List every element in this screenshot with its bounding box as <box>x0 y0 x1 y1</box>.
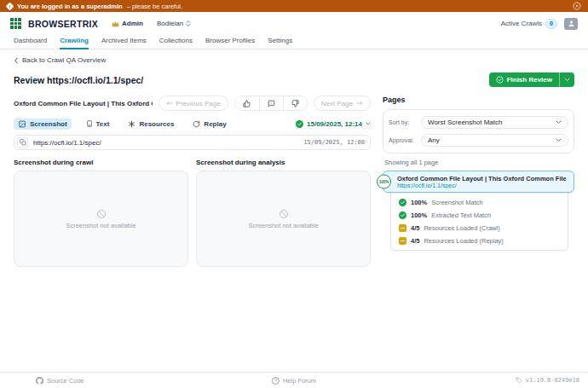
github-icon <box>36 377 43 385</box>
chevron-left-icon <box>14 57 19 64</box>
stat-value: 100% <box>411 199 427 206</box>
active-crawls[interactable]: Active Crawls 0 <box>501 19 557 29</box>
comment-icon <box>268 100 275 107</box>
thumbs-up-button[interactable] <box>235 96 259 110</box>
crawl-screenshot-heading: Screenshot during crawl <box>14 159 188 166</box>
tab-resources[interactable]: Resources <box>124 119 178 130</box>
tab-screenshot[interactable]: Screenshot <box>14 119 72 130</box>
warning-dash-icon <box>399 224 406 232</box>
previous-page-label: Previous Page <box>176 100 221 107</box>
pages-heading: Pages <box>383 96 574 104</box>
source-code-link[interactable]: Source Code <box>36 377 84 385</box>
comment-button[interactable] <box>259 96 283 110</box>
thumbs-down-button[interactable] <box>283 96 307 110</box>
crawl-timestamp: 15/09/2025, 12:14 <box>307 120 362 128</box>
stat-label: Extracted Text Match <box>431 211 491 219</box>
banner-message-rest: – please be careful. <box>127 3 182 10</box>
chevron-updown-icon <box>186 20 191 27</box>
tab-replay-label: Replay <box>204 120 226 128</box>
admin-link[interactable]: Admin <box>112 20 143 27</box>
review-panel: Oxford Common File Layout | This Oxford … <box>14 94 371 267</box>
user-menu-button[interactable] <box>564 18 578 30</box>
nav-item-collections[interactable]: Collections <box>159 35 193 48</box>
warning-dash-icon <box>399 237 406 245</box>
main-content: Oxford Common File Layout | This Oxford … <box>0 94 588 267</box>
version-info: v1.19.0-8249e18 <box>516 377 579 384</box>
stat-text-match: 100% Extracted Text Match <box>391 209 568 222</box>
banner-close-icon[interactable] <box>573 2 581 10</box>
stat-value: 4/5 <box>411 237 419 245</box>
page-card-url: https://ocfl.io/1.1/spec/ <box>397 182 568 188</box>
source-code-label: Source Code <box>47 377 84 385</box>
version-label: v1.19.0-8249e18 <box>526 377 579 384</box>
tab-text-label: Text <box>96 120 110 128</box>
approval-select[interactable]: Any <box>421 134 568 147</box>
not-available-icon <box>279 209 289 219</box>
next-page-label: Next Page <box>321 100 353 107</box>
back-link-label: Back to Crawl QA Overview <box>22 56 106 64</box>
finish-review-caret[interactable] <box>559 72 574 87</box>
copy-url-button[interactable] <box>17 137 28 148</box>
check-circle-filled-icon <box>296 120 303 128</box>
crawl-screenshot-placeholder: Screenshot not available <box>66 222 135 229</box>
primary-nav: Dashboard Crawling Archived Items Collec… <box>0 35 588 49</box>
chevron-down-icon <box>564 78 570 82</box>
image-icon <box>18 120 26 128</box>
page-score-badge: 100% <box>377 175 391 189</box>
tab-replay[interactable]: Replay <box>188 119 230 130</box>
stat-label: Resources Loaded (Replay) <box>424 237 503 245</box>
asterisk-icon <box>128 120 135 128</box>
arrow-left-icon <box>166 101 173 106</box>
nav-item-crawling[interactable]: Crawling <box>60 35 89 49</box>
stat-resources-replay: 4/5 Resources Loaded (Replay) <box>391 235 568 247</box>
stat-label: Screenshot Match <box>431 199 482 206</box>
warning-icon: ! <box>6 2 14 10</box>
copy-icon <box>20 139 26 146</box>
crawl-timestamp-selector[interactable]: 15/09/2025, 12:14 <box>296 120 371 128</box>
sort-filter-row: Sort by: Worst Screenshot Match <box>389 113 568 131</box>
nav-item-settings[interactable]: Settings <box>268 35 292 48</box>
nav-item-archived-items[interactable]: Archived Items <box>101 35 147 48</box>
tab-text[interactable]: Text <box>82 118 114 130</box>
pages-filters: Sort by: Worst Screenshot Match Approval… <box>383 109 574 153</box>
stat-screenshot-match: 100% Screenshot Match <box>391 196 568 209</box>
analysis-screenshot-heading: Screenshot during analysis <box>196 159 371 166</box>
chevron-down-icon <box>556 120 562 125</box>
tab-screenshot-label: Screenshot <box>30 120 67 128</box>
crawl-screenshot-column: Screenshot during crawl Screenshot not a… <box>14 159 188 267</box>
nav-item-dashboard[interactable]: Dashboard <box>14 35 47 48</box>
page-list-item[interactable]: 100% Oxford Common File Layout | This Ox… <box>383 171 574 193</box>
finish-review-button[interactable]: Finish Review <box>489 72 574 87</box>
help-forum-link[interactable]: ? Help Forum <box>272 377 316 385</box>
check-circle-filled-icon <box>399 211 406 219</box>
active-crawls-label: Active Crawls <box>501 20 542 27</box>
screenshot-compare: Screenshot during crawl Screenshot not a… <box>14 159 371 267</box>
qa-view-tabs: Screenshot Text Resources Replay 15/09/2… <box>14 118 371 130</box>
version-tag-icon <box>516 377 522 384</box>
check-circle-icon <box>496 76 504 84</box>
thumbs-up-icon <box>243 100 251 107</box>
user-icon <box>568 20 575 27</box>
chevron-down-icon <box>366 122 371 125</box>
previous-page-button[interactable]: Previous Page <box>159 96 228 111</box>
nav-item-browser-profiles[interactable]: Browser Profiles <box>205 35 255 48</box>
document-icon <box>86 119 93 128</box>
org-selector[interactable]: Bodleian <box>157 20 191 27</box>
help-forum-label: Help Forum <box>283 377 316 385</box>
finish-review-label: Finish Review <box>507 76 552 84</box>
approval-value: Any <box>428 136 556 144</box>
browsertrix-logo-icon <box>10 18 21 29</box>
banner-message-strong: You are logged in as a superadmin <box>17 3 123 10</box>
stat-resources-crawl: 4/5 Resources Loaded (Crawl) <box>391 222 568 235</box>
page-card-title: Oxford Common File Layout | This Oxford … <box>397 175 568 182</box>
sort-by-select[interactable]: Worst Screenshot Match <box>421 116 568 129</box>
help-icon: ? <box>272 377 280 385</box>
crawl-screenshot-panel: Screenshot not available <box>14 171 188 267</box>
back-link[interactable]: Back to Crawl QA Overview <box>0 49 588 67</box>
page-stats-panel: 100% Screenshot Match 100% Extracted Tex… <box>390 191 568 251</box>
stat-value: 4/5 <box>411 224 419 232</box>
next-page-button[interactable]: Next Page <box>314 96 371 111</box>
approval-button-group <box>234 96 308 111</box>
page-pager: Oxford Common File Layout | This Oxford … <box>14 96 371 111</box>
app-header: BROWSERTRIX Admin Bodleian Active Crawls… <box>0 12 588 35</box>
